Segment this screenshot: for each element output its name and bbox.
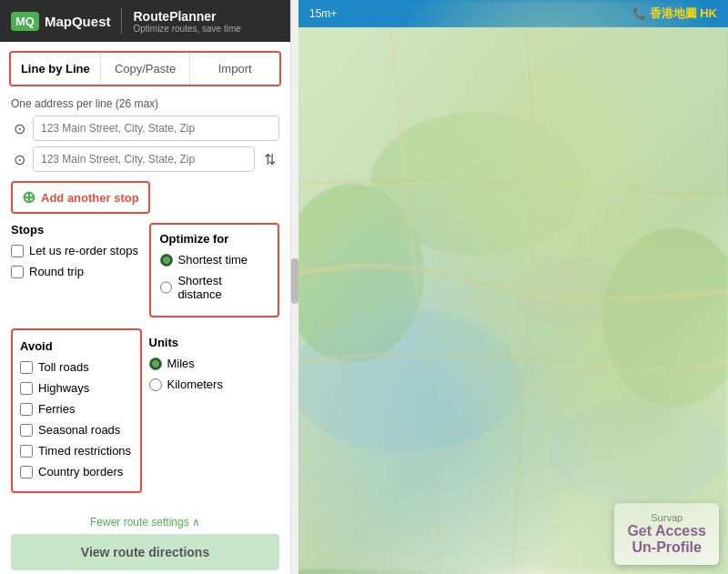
reorder-stops-label: Let us re-order stops <box>29 244 138 257</box>
avoid-seasonal-roads-label: Seasonal roads <box>38 423 120 437</box>
stops-roundtrip-row: Round trip <box>11 265 142 278</box>
map-bottom-ad: Survap Get Access Un-Profile <box>614 503 719 565</box>
reorder-stops-checkbox[interactable] <box>11 245 24 257</box>
optimize-shortest-distance-row: Shortest distance <box>160 274 269 301</box>
scrollbar-track[interactable] <box>291 0 298 574</box>
avoid-country-borders-row: Country borders <box>20 465 133 478</box>
fewer-settings-link[interactable]: Fewer route settings ∧ <box>90 516 200 529</box>
map-roads-svg <box>298 0 728 574</box>
units-miles-radio[interactable] <box>149 357 162 370</box>
avoid-timed-restrictions-row: Timed restrictions <box>20 444 133 458</box>
avoid-ferries-label: Ferries <box>38 402 75 416</box>
avoid-timed-restrictions-label: Timed restrictions <box>38 444 131 458</box>
optimize-title: Optimize for <box>160 232 269 246</box>
optimize-shortest-distance-radio[interactable] <box>160 281 173 294</box>
avoid-title: Avoid <box>20 339 133 353</box>
map-panel: 15m+ 📞 香港地圖 HK Survap Get Access Un-Prof… <box>298 0 728 574</box>
units-miles-row: Miles <box>149 357 269 370</box>
svg-point-2 <box>549 398 728 506</box>
route-planner-title: RoutePlanner <box>133 9 240 24</box>
units-title: Units <box>149 336 269 349</box>
add-stop-label: Add another stop <box>41 191 139 205</box>
optimize-shortest-time-radio[interactable] <box>160 254 173 267</box>
map-phone-icon: 📞 香港地圖 HK <box>632 5 717 22</box>
avoid-section: Avoid Toll roads Highways Ferries Season… <box>11 328 142 493</box>
address-section: One address per line (26 max) ⊙ ⊙ ⇅ <box>0 92 290 177</box>
avoid-highways-checkbox[interactable] <box>20 382 33 395</box>
mapquest-logo-icon: MQ <box>11 12 39 31</box>
pin-icon-1: ⊙ <box>11 120 27 137</box>
units-kilometers-radio[interactable] <box>149 378 162 391</box>
svg-point-3 <box>513 256 621 327</box>
optimize-shortest-distance-label: Shortest distance <box>177 274 268 301</box>
avoid-toll-roads-checkbox[interactable] <box>20 361 33 374</box>
ad-subline: Un-Profile <box>627 539 706 556</box>
ad-brand: Survap <box>627 512 706 523</box>
avoid-ferries-row: Ferries <box>20 402 133 416</box>
address-label: One address per line (26 max) <box>11 97 279 110</box>
round-trip-checkbox[interactable] <box>11 266 24 278</box>
stops-title: Stops <box>11 223 142 237</box>
pin-icon-2: ⊙ <box>11 151 27 168</box>
stops-section: Stops Let us re-order stops Round trip <box>11 223 142 323</box>
route-planner-branding: RoutePlanner Optimize routes, save time <box>133 9 240 34</box>
app-header: MQ MapQuest RoutePlanner Optimize routes… <box>0 0 290 42</box>
tab-import[interactable]: Import <box>190 53 279 85</box>
stops-reorder-row: Let us re-order stops <box>11 244 142 257</box>
optimize-shortest-time-label: Shortest time <box>178 253 248 267</box>
map-hk-label: 香港地圖 HK <box>650 6 717 20</box>
avoid-timed-restrictions-checkbox[interactable] <box>20 445 33 458</box>
address-row-1: ⊙ <box>11 116 279 141</box>
scrollbar-thumb[interactable] <box>291 258 298 304</box>
optimize-shortest-time-row: Shortest time <box>160 253 269 267</box>
svg-point-4 <box>298 184 424 363</box>
stops-optimize-grid: Stops Let us re-order stops Round trip O… <box>0 223 290 328</box>
logo-box: MQ MapQuest <box>11 12 110 31</box>
ad-headline: Get Access <box>627 523 706 539</box>
units-kilometers-row: Kilometers <box>149 378 269 391</box>
route-planner-subtitle: Optimize routes, save time <box>133 24 240 34</box>
avoid-highways-label: Highways <box>38 381 89 395</box>
svg-rect-0 <box>298 5 728 569</box>
optimize-section: Optimize for Shortest time Shortest dist… <box>149 223 280 317</box>
svg-point-5 <box>370 112 585 255</box>
view-directions-button[interactable]: View route directions <box>11 534 279 570</box>
avoid-toll-roads-label: Toll roads <box>38 360 89 374</box>
footer-area: Fewer route settings ∧ View route direct… <box>0 512 290 574</box>
map-background: 15m+ 📞 香港地圖 HK Survap Get Access Un-Prof… <box>298 0 728 574</box>
input-tabs: Line by Line Copy/Paste Import <box>9 51 281 86</box>
units-section: Units Miles Kilometers <box>149 328 280 493</box>
address-row-2: ⊙ <box>11 146 255 172</box>
tab-line-by-line[interactable]: Line by Line <box>11 53 101 85</box>
avoid-country-borders-label: Country borders <box>38 465 123 478</box>
add-stop-button[interactable]: ⊕ Add another stop <box>11 181 150 214</box>
header-divider <box>121 7 122 35</box>
avoid-highways-row: Highways <box>20 381 133 395</box>
svg-point-6 <box>602 228 728 408</box>
avoid-units-grid: Avoid Toll roads Highways Ferries Season… <box>0 328 290 498</box>
address-input-2[interactable] <box>33 146 255 172</box>
avoid-toll-roads-row: Toll roads <box>20 360 133 374</box>
avoid-country-borders-checkbox[interactable] <box>20 466 33 478</box>
svg-point-1 <box>298 309 522 452</box>
tab-copy-paste[interactable]: Copy/Paste <box>101 53 191 85</box>
add-plus-icon: ⊕ <box>22 187 35 207</box>
address-input-1[interactable] <box>33 116 279 141</box>
map-banner-text: 15m+ <box>309 7 337 20</box>
avoid-seasonal-roads-row: Seasonal roads <box>20 423 133 437</box>
map-top-banner: 15m+ 📞 香港地圖 HK <box>298 0 728 27</box>
units-kilometers-label: Kilometers <box>167 378 223 391</box>
address-row-2-wrapper: ⊙ ⇅ <box>11 146 279 172</box>
mapquest-logo-text: MapQuest <box>45 14 111 29</box>
units-miles-label: Miles <box>167 357 195 370</box>
avoid-seasonal-roads-checkbox[interactable] <box>20 424 33 437</box>
round-trip-label: Round trip <box>29 265 84 278</box>
avoid-ferries-checkbox[interactable] <box>20 403 33 416</box>
left-panel: MQ MapQuest RoutePlanner Optimize routes… <box>0 0 291 574</box>
swap-icon[interactable]: ⇅ <box>260 149 279 170</box>
